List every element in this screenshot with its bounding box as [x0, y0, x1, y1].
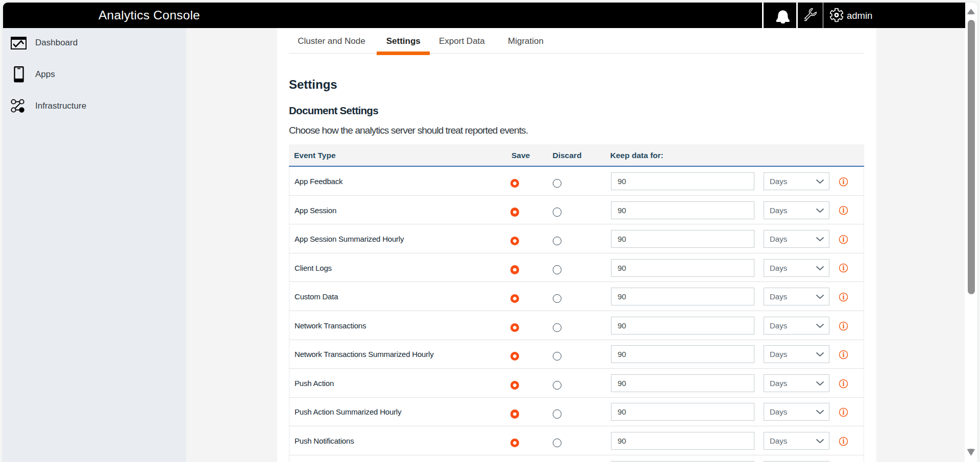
svg-text:i: i — [842, 207, 844, 215]
svg-text:i: i — [842, 350, 844, 358]
svg-text:i: i — [842, 264, 844, 272]
svg-text:i: i — [842, 177, 844, 186]
svg-text:i: i — [842, 322, 844, 330]
svg-text:i: i — [842, 379, 844, 388]
svg-text:i: i — [842, 437, 844, 445]
svg-text:i: i — [842, 408, 844, 416]
svg-text:i: i — [842, 293, 844, 301]
svg-text:i: i — [842, 235, 844, 243]
